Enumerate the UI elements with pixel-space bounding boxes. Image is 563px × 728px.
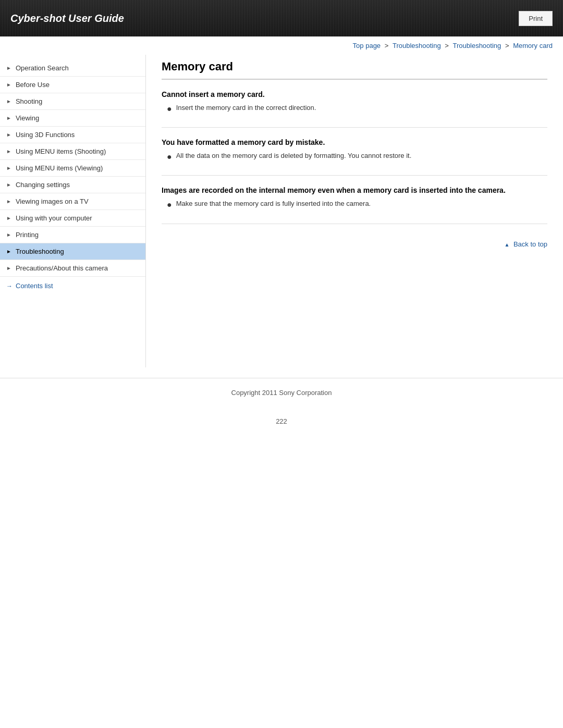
sidebar-item-label: Using MENU items (Viewing) (16, 164, 103, 172)
print-button[interactable]: Print (519, 11, 553, 26)
sidebar-item-label: Before Use (16, 81, 50, 89)
page-title: Memory card (162, 60, 547, 80)
app-title: Cyber-shot User Guide (0, 13, 134, 24)
breadcrumb-sep-1: > (385, 42, 390, 50)
sidebar-item-label: Using with your computer (16, 214, 92, 222)
bullet-item: ● All the data on the memory card is del… (167, 152, 547, 162)
sidebar-item-viewing[interactable]: ► Viewing (0, 110, 145, 127)
chevron-right-icon: ► (6, 98, 11, 104)
sidebar-item-operation-search[interactable]: ► Operation Search (0, 60, 145, 77)
sidebar-item-label: Troubleshooting (16, 248, 64, 255)
chevron-right-icon: ► (6, 249, 11, 254)
bullet-text: Make sure that the memory card is fully … (176, 200, 371, 207)
triangle-up-icon: ▲ (504, 242, 509, 248)
sidebar-item-label: Operation Search (16, 64, 69, 72)
back-to-top-label: Back to top (513, 240, 547, 248)
chevron-right-icon: ► (6, 182, 11, 188)
chevron-right-icon: ► (6, 132, 11, 138)
chevron-right-icon: ► (6, 215, 11, 221)
chevron-right-icon: ► (6, 199, 11, 204)
breadcrumb-sep-3: > (505, 42, 511, 50)
breadcrumb-memory-card[interactable]: Memory card (513, 42, 553, 50)
bullet-icon: ● (167, 104, 172, 114)
sidebar-item-shooting[interactable]: ► Shooting (0, 93, 145, 110)
breadcrumb-sep-2: > (445, 42, 450, 50)
footer: Copyright 2011 Sony Corporation 222 (0, 378, 563, 436)
sidebar-item-menu-shooting[interactable]: ► Using MENU items (Shooting) (0, 143, 145, 160)
bullet-icon: ● (167, 152, 172, 162)
chevron-right-icon: ► (6, 265, 11, 271)
sidebar: ► Operation Search ► Before Use ► Shooti… (0, 55, 146, 367)
chevron-right-icon: ► (6, 232, 11, 238)
breadcrumb-troubleshooting-2[interactable]: Troubleshooting (453, 42, 501, 50)
chevron-right-icon: ► (6, 65, 11, 71)
arrow-right-icon: → (6, 282, 13, 290)
sidebar-item-before-use[interactable]: ► Before Use (0, 77, 145, 93)
main-layout: ► Operation Search ► Before Use ► Shooti… (0, 55, 563, 367)
section-cannot-insert: Cannot insert a memory card. ● Insert th… (162, 90, 547, 128)
sidebar-item-label: Changing settings (16, 181, 70, 189)
bullet-item: ● Insert the memory card in the correct … (167, 104, 547, 114)
sidebar-item-label: Using MENU items (Shooting) (16, 147, 106, 155)
bullet-item: ● Make sure that the memory card is full… (167, 200, 547, 209)
sidebar-item-using-3d[interactable]: ► Using 3D Functions (0, 127, 145, 143)
chevron-right-icon: ► (6, 115, 11, 121)
breadcrumb-top-page[interactable]: Top page (353, 42, 381, 50)
section-internal-memory: Images are recorded on the internal memo… (162, 186, 547, 224)
chevron-right-icon: ► (6, 165, 11, 171)
contents-list-link[interactable]: → Contents list (0, 277, 145, 295)
sidebar-item-menu-viewing[interactable]: ► Using MENU items (Viewing) (0, 160, 145, 177)
page-number: 222 (0, 407, 563, 436)
sidebar-item-label: Viewing (16, 114, 39, 122)
bullet-text: Insert the memory card in the correct di… (176, 104, 316, 112)
sidebar-item-changing-settings[interactable]: ► Changing settings (0, 177, 145, 193)
sidebar-item-viewing-tv[interactable]: ► Viewing images on a TV (0, 193, 145, 210)
section-formatted-mistake: You have formatted a memory card by mist… (162, 138, 547, 176)
chevron-right-icon: ► (6, 149, 11, 154)
sidebar-item-computer[interactable]: ► Using with your computer (0, 210, 145, 227)
sidebar-item-label: Viewing images on a TV (16, 198, 89, 205)
back-to-top-link[interactable]: ▲ Back to top (504, 240, 547, 248)
header: Cyber-shot User Guide Print (0, 0, 563, 36)
sidebar-item-label: Precautions/About this camera (16, 264, 108, 272)
content-area: Memory card Cannot insert a memory card.… (146, 55, 563, 264)
copyright: Copyright 2011 Sony Corporation (0, 378, 563, 407)
section-heading-2: You have formatted a memory card by mist… (162, 138, 547, 146)
section-heading-3: Images are recorded on the internal memo… (162, 186, 547, 194)
contents-list-label: Contents list (16, 282, 53, 290)
breadcrumb-troubleshooting-1[interactable]: Troubleshooting (393, 42, 441, 50)
sidebar-item-label: Printing (16, 231, 39, 239)
sidebar-item-precautions[interactable]: ► Precautions/About this camera (0, 260, 145, 277)
section-heading-1: Cannot insert a memory card. (162, 90, 547, 98)
back-to-top: ▲ Back to top (162, 235, 547, 248)
sidebar-item-label: Using 3D Functions (16, 131, 75, 139)
sidebar-item-troubleshooting[interactable]: ► Troubleshooting (0, 243, 145, 260)
chevron-right-icon: ► (6, 82, 11, 88)
sidebar-item-label: Shooting (16, 97, 42, 105)
sidebar-item-printing[interactable]: ► Printing (0, 227, 145, 243)
breadcrumb: Top page > Troubleshooting > Troubleshoo… (0, 36, 563, 55)
bullet-icon: ● (167, 200, 172, 209)
bullet-text: All the data on the memory card is delet… (176, 152, 412, 159)
